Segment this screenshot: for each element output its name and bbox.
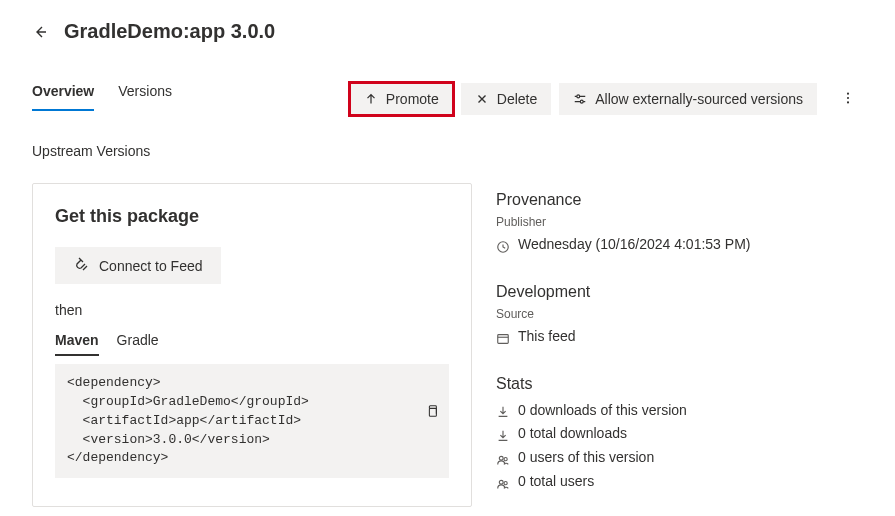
- users-icon: [496, 451, 510, 465]
- clock-icon: [496, 238, 510, 252]
- tab-overview[interactable]: Overview: [32, 83, 94, 111]
- stats-text: 0 downloads of this version: [518, 399, 687, 423]
- stats-row: 0 total downloads: [496, 422, 863, 446]
- connect-to-feed-button[interactable]: Connect to Feed: [55, 247, 221, 284]
- download-icon: [496, 427, 510, 441]
- command-bar: Promote Delete Allow externally-sourced …: [350, 83, 863, 115]
- package-format-tabs: Maven Gradle: [55, 332, 449, 356]
- users-icon: [496, 475, 510, 489]
- svg-rect-5: [429, 408, 436, 416]
- allow-external-button[interactable]: Allow externally-sourced versions: [559, 83, 817, 115]
- stats-text: 0 total users: [518, 470, 594, 494]
- copy-icon: [373, 406, 439, 436]
- more-vertical-icon: [841, 93, 855, 108]
- sliders-icon: [573, 92, 587, 106]
- more-actions-button[interactable]: [833, 85, 863, 114]
- close-icon: [475, 92, 489, 106]
- stats-heading: Stats: [496, 375, 863, 393]
- source-value: This feed: [518, 325, 576, 349]
- svg-point-8: [499, 456, 503, 460]
- svg-point-10: [499, 480, 503, 484]
- development-section: Development Source This feed: [496, 283, 863, 349]
- feed-icon: [496, 330, 510, 344]
- back-arrow-icon[interactable]: [32, 24, 48, 40]
- provenance-section: Provenance Publisher Wednesday (10/16/20…: [496, 191, 863, 257]
- stats-text: 0 users of this version: [518, 446, 654, 470]
- svg-point-1: [581, 100, 584, 103]
- stats-row: 0 users of this version: [496, 446, 863, 470]
- promote-button[interactable]: Promote: [350, 83, 453, 115]
- svg-point-0: [577, 95, 580, 98]
- upstream-versions-heading: Upstream Versions: [32, 143, 863, 159]
- main-tabs: Overview Versions: [32, 83, 172, 111]
- delete-button[interactable]: Delete: [461, 83, 551, 115]
- promote-label: Promote: [386, 91, 439, 107]
- delete-label: Delete: [497, 91, 537, 107]
- plug-icon: [73, 256, 89, 275]
- code-content: <dependency> <groupId>GradleDemo</groupI…: [67, 375, 309, 465]
- connect-label: Connect to Feed: [99, 258, 203, 274]
- download-icon: [496, 403, 510, 417]
- page-header: GradleDemo:app 3.0.0: [32, 20, 863, 43]
- allow-external-label: Allow externally-sourced versions: [595, 91, 803, 107]
- publisher-label: Publisher: [496, 215, 863, 229]
- svg-point-4: [847, 101, 849, 103]
- page-title: GradleDemo:app 3.0.0: [64, 20, 275, 43]
- stats-text: 0 total downloads: [518, 422, 627, 446]
- tab-versions[interactable]: Versions: [118, 83, 172, 111]
- svg-point-9: [504, 458, 507, 461]
- svg-point-2: [847, 92, 849, 94]
- stats-row: 0 downloads of this version: [496, 399, 863, 423]
- svg-point-3: [847, 96, 849, 98]
- subtab-gradle[interactable]: Gradle: [117, 332, 159, 356]
- source-label: Source: [496, 307, 863, 321]
- development-heading: Development: [496, 283, 863, 301]
- svg-point-11: [504, 481, 507, 484]
- dependency-code-block: <dependency> <groupId>GradleDemo</groupI…: [55, 364, 449, 478]
- stats-row: 0 total users: [496, 470, 863, 494]
- copy-code-button[interactable]: [369, 370, 443, 455]
- get-package-title: Get this package: [55, 206, 449, 227]
- subtab-maven[interactable]: Maven: [55, 332, 99, 356]
- provenance-heading: Provenance: [496, 191, 863, 209]
- then-label: then: [55, 302, 449, 318]
- arrow-up-icon: [364, 92, 378, 106]
- svg-rect-7: [498, 334, 509, 343]
- publish-timestamp: Wednesday (10/16/2024 4:01:53 PM): [518, 233, 750, 257]
- get-package-card: Get this package Connect to Feed then Ma…: [32, 183, 472, 507]
- stats-section: Stats 0 downloads of this version0 total…: [496, 375, 863, 494]
